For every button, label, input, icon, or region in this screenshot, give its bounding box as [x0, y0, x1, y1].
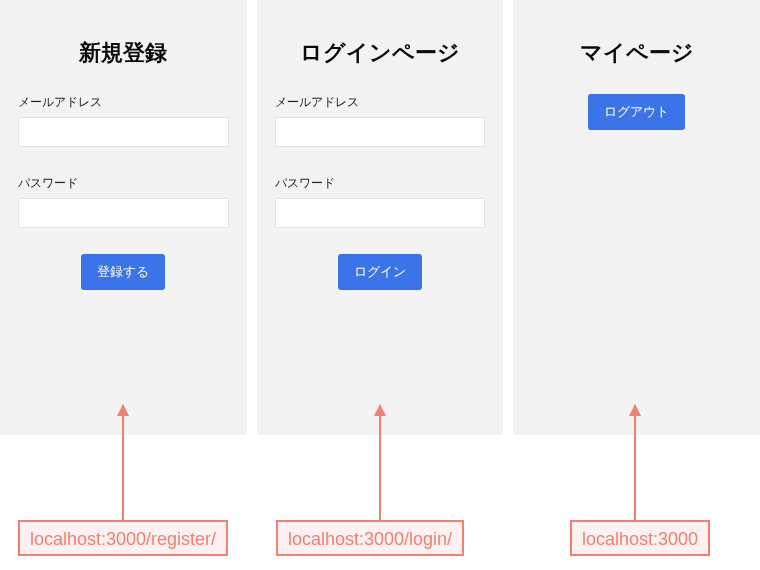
login-email-label: メールアドレス — [275, 94, 486, 111]
register-password-input[interactable] — [18, 198, 229, 228]
login-password-group: パスワード — [275, 175, 486, 228]
register-submit-button[interactable]: 登録する — [81, 254, 165, 290]
login-submit-button[interactable]: ログイン — [338, 254, 422, 290]
logout-button[interactable]: ログアウト — [588, 94, 685, 130]
register-title: 新規登録 — [18, 38, 229, 68]
mypage-panel: マイページ ログアウト — [513, 0, 760, 435]
register-password-label: パスワード — [18, 175, 229, 192]
login-email-group: メールアドレス — [275, 94, 486, 147]
url-label-register: localhost:3000/register/ — [18, 520, 228, 556]
login-password-label: パスワード — [275, 175, 486, 192]
login-password-input[interactable] — [275, 198, 486, 228]
register-email-label: メールアドレス — [18, 94, 229, 111]
url-label-login: localhost:3000/login/ — [276, 520, 464, 556]
register-email-input[interactable] — [18, 117, 229, 147]
login-email-input[interactable] — [275, 117, 486, 147]
url-label-mypage: localhost:3000 — [570, 520, 710, 556]
register-password-group: パスワード — [18, 175, 229, 228]
register-email-group: メールアドレス — [18, 94, 229, 147]
login-panel: ログインページ メールアドレス パスワード ログイン — [257, 0, 504, 435]
mypage-title: マイページ — [531, 38, 742, 68]
login-title: ログインページ — [275, 38, 486, 68]
register-panel: 新規登録 メールアドレス パスワード 登録する — [0, 0, 247, 435]
